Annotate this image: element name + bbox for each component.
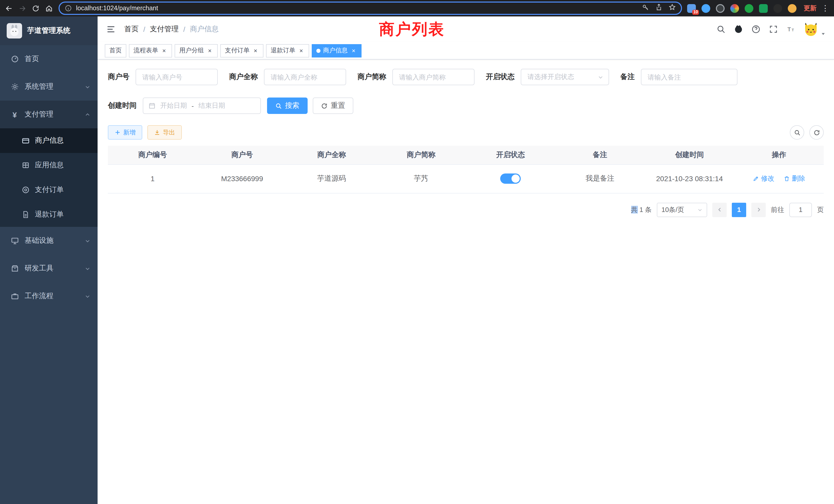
breadcrumb-current: 商户信息 bbox=[190, 25, 219, 34]
sidebar-item-home[interactable]: 首页 bbox=[0, 45, 97, 73]
app-title: 芋道管理系统 bbox=[27, 26, 70, 36]
card-icon bbox=[22, 137, 30, 145]
forward-icon[interactable] bbox=[16, 2, 29, 15]
grid-icon bbox=[22, 161, 30, 169]
breadcrumb-separator: / bbox=[183, 25, 185, 33]
target-icon bbox=[22, 186, 30, 194]
tab-close-icon[interactable]: × bbox=[298, 47, 305, 54]
goto-page-input[interactable] bbox=[789, 203, 812, 217]
table-toolbar: 新增 导出 bbox=[108, 125, 824, 140]
share-icon[interactable] bbox=[655, 4, 662, 13]
hamburger-icon[interactable] bbox=[106, 24, 116, 35]
help-icon[interactable] bbox=[751, 24, 761, 34]
chevron-down-icon bbox=[697, 207, 703, 212]
status-select[interactable]: 请选择开启状态 bbox=[521, 69, 609, 85]
sidebar: 芋道管理系统 首页 系统管理 ¥ 支付管理 bbox=[0, 17, 97, 504]
sidebar-item-pay[interactable]: ¥ 支付管理 bbox=[0, 100, 97, 128]
browser-menu-icon[interactable]: ⋮ bbox=[821, 4, 830, 13]
merchant-no-input[interactable] bbox=[136, 69, 218, 85]
tab-merchant-info[interactable]: 商户信息 × bbox=[312, 44, 361, 57]
pagination: 共 1 条 10条/页 1 bbox=[108, 203, 824, 217]
create-time-label: 创建时间 bbox=[108, 101, 137, 110]
toggle-search-button[interactable] bbox=[790, 125, 804, 140]
short-name-input[interactable] bbox=[392, 69, 475, 85]
tab-close-icon[interactable]: × bbox=[206, 47, 213, 54]
app-logo[interactable]: 芋道管理系统 bbox=[0, 17, 97, 45]
sidebar-item-app-info[interactable]: 应用信息 bbox=[0, 153, 97, 178]
filter-row-1: 商户号 商户全称 商户简称 开启状态 请选择开启状态 bbox=[108, 69, 824, 85]
prev-page-button[interactable] bbox=[712, 203, 727, 217]
extension-icon[interactable] bbox=[730, 4, 739, 13]
extension-icon[interactable] bbox=[759, 4, 768, 13]
browser-update-button[interactable]: 更新 bbox=[804, 4, 816, 13]
browser-window: localhost:1024/pay/merchant 10 bbox=[0, 0, 834, 504]
tab-close-icon[interactable]: × bbox=[252, 47, 259, 54]
trash-icon bbox=[784, 176, 790, 182]
active-tab-dot bbox=[316, 48, 321, 53]
sidebar-item-devtools[interactable]: 研发工具 bbox=[0, 255, 97, 282]
remark-input[interactable] bbox=[641, 69, 738, 85]
page-content: 商户号 商户全称 商户简称 开启状态 请选择开启状态 bbox=[97, 60, 834, 504]
breadcrumb-separator: / bbox=[143, 25, 145, 33]
document-icon bbox=[22, 210, 30, 219]
home-icon[interactable] bbox=[42, 2, 56, 15]
merchant-table: 商户编号 商户号 商户全称 商户简称 开启状态 备注 创建时间 操作 1 bbox=[108, 146, 824, 193]
tab-user-group[interactable]: 用户分组 × bbox=[175, 44, 218, 57]
download-icon bbox=[154, 129, 160, 136]
delete-button[interactable]: 删除 bbox=[784, 174, 805, 183]
navbar: 首页 / 支付管理 / 商户信息 商户列表 bbox=[97, 17, 834, 42]
sidebar-item-workflow[interactable]: 工作流程 bbox=[0, 282, 97, 310]
box-icon bbox=[10, 264, 19, 273]
extension-icon[interactable] bbox=[716, 4, 725, 13]
extension-icon[interactable] bbox=[702, 4, 710, 13]
tab-home[interactable]: 首页 bbox=[105, 44, 126, 57]
page-number-1[interactable]: 1 bbox=[732, 203, 746, 217]
site-info-icon[interactable] bbox=[65, 5, 72, 12]
date-range-picker[interactable]: 开始日期 - 结束日期 bbox=[143, 97, 261, 114]
sidebar-item-infra[interactable]: 基础设施 bbox=[0, 227, 97, 255]
full-name-input[interactable] bbox=[264, 69, 346, 85]
url-bar[interactable]: localhost:1024/pay/merchant bbox=[59, 2, 682, 15]
extensions-puzzle-icon[interactable]: 10 bbox=[687, 4, 696, 13]
url-text[interactable]: localhost:1024/pay/merchant bbox=[76, 5, 158, 12]
back-icon[interactable] bbox=[2, 2, 16, 15]
tab-close-icon[interactable]: × bbox=[161, 47, 168, 54]
breadcrumb-home[interactable]: 首页 bbox=[124, 25, 139, 34]
sidebar-item-pay-order[interactable]: 支付订单 bbox=[0, 178, 97, 202]
search-icon[interactable] bbox=[716, 24, 726, 34]
page-size-select[interactable]: 10条/页 bbox=[657, 203, 707, 217]
add-button[interactable]: 新增 bbox=[108, 125, 142, 140]
date-start-placeholder[interactable]: 开始日期 bbox=[160, 101, 187, 110]
sidebar-item-merchant-info[interactable]: 商户信息 bbox=[0, 128, 97, 153]
breadcrumb-pay[interactable]: 支付管理 bbox=[150, 25, 179, 34]
font-size-icon[interactable]: TT bbox=[786, 24, 795, 34]
tab-refund-order[interactable]: 退款订单 × bbox=[266, 44, 309, 57]
extension-icon[interactable] bbox=[773, 4, 782, 13]
user-avatar[interactable] bbox=[803, 22, 818, 37]
github-icon[interactable] bbox=[733, 24, 743, 34]
next-page-button[interactable] bbox=[751, 203, 766, 217]
extensions-area: 10 bbox=[687, 4, 796, 13]
table-header-row: 商户编号 商户号 商户全称 商户简称 开启状态 备注 创建时间 操作 bbox=[108, 146, 824, 164]
reset-button[interactable]: 重置 bbox=[313, 97, 353, 114]
key-icon[interactable] bbox=[642, 4, 649, 13]
tab-pay-order[interactable]: 支付订单 × bbox=[220, 44, 263, 57]
sidebar-item-refund-order[interactable]: 退款订单 bbox=[0, 202, 97, 227]
sidebar-item-system[interactable]: 系统管理 bbox=[0, 73, 97, 100]
tab-process-form[interactable]: 流程表单 × bbox=[129, 44, 172, 57]
extension-icon[interactable] bbox=[788, 4, 796, 13]
fullscreen-icon[interactable] bbox=[768, 24, 778, 34]
short-name-label: 商户简称 bbox=[357, 72, 386, 82]
tab-close-icon[interactable]: × bbox=[350, 47, 357, 54]
status-toggle[interactable] bbox=[500, 174, 521, 184]
user-menu[interactable] bbox=[803, 22, 826, 37]
bookmark-star-icon[interactable] bbox=[668, 4, 676, 13]
search-button[interactable]: 搜索 bbox=[267, 97, 308, 114]
export-button[interactable]: 导出 bbox=[147, 125, 182, 140]
extension-icon[interactable] bbox=[745, 4, 753, 13]
reload-icon[interactable] bbox=[29, 2, 42, 15]
date-end-placeholder[interactable]: 结束日期 bbox=[198, 101, 225, 110]
refresh-table-button[interactable] bbox=[809, 125, 824, 140]
edit-button[interactable]: 修改 bbox=[753, 174, 774, 183]
search-icon bbox=[794, 129, 800, 136]
